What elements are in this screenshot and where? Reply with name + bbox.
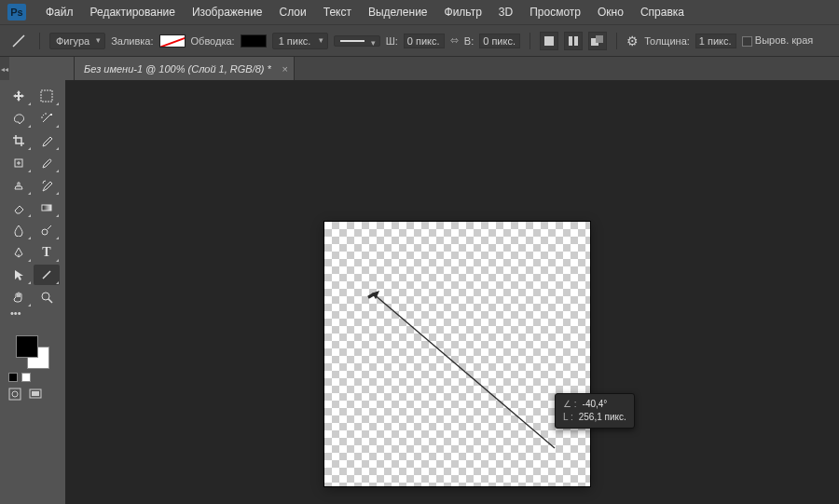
svg-rect-9 (42, 205, 51, 211)
blur-tool[interactable] (6, 220, 32, 240)
path-arrangement-button[interactable] (588, 32, 607, 50)
current-tool-icon[interactable] (7, 30, 30, 52)
menu-help[interactable]: Справка (632, 6, 693, 19)
magic-wand-tool[interactable] (34, 108, 60, 129)
stroke-label: Обводка: (191, 35, 235, 47)
edit-toolbar-button[interactable]: ••• (5, 307, 61, 324)
zoom-tool[interactable] (34, 287, 60, 307)
move-tool[interactable] (6, 86, 32, 106)
separator (39, 33, 40, 49)
weight-label: Толщина: (644, 35, 690, 47)
tool-mode-dropdown[interactable]: Фигура (49, 33, 105, 49)
tabs-row: ◂◂ Без имени-1 @ 100% (Слой 1, RGB/8) * … (0, 56, 839, 80)
tooltip-angle-value: -40,4° (583, 398, 608, 411)
menubar: Ps Файл Редактирование Изображение Слои … (0, 0, 839, 24)
svg-rect-6 (596, 35, 603, 43)
close-tab-icon[interactable]: × (282, 63, 287, 75)
clone-stamp-tool[interactable] (6, 175, 32, 196)
tools-panel: T ••• (0, 80, 65, 504)
height-label: В: (464, 35, 474, 47)
svg-line-17 (373, 293, 555, 448)
hand-tool[interactable] (6, 287, 32, 307)
options-bar: Фигура Заливка: Обводка: 1 пикс. Ш: 0 пи… (0, 24, 839, 56)
stroke-type-dropdown[interactable] (334, 35, 380, 47)
marquee-tool[interactable] (34, 86, 60, 106)
svg-rect-13 (9, 388, 21, 400)
menu-text[interactable]: Текст (315, 6, 360, 19)
svg-rect-7 (41, 90, 52, 102)
path-alignment-button[interactable] (564, 32, 583, 50)
app-logo[interactable]: Ps (7, 4, 26, 20)
tab-well (9, 57, 75, 80)
type-tool[interactable]: T (34, 242, 60, 263)
gradient-tool[interactable] (34, 198, 60, 218)
weight-input[interactable]: 1 пикс. (695, 34, 736, 48)
fill-swatch[interactable] (159, 34, 186, 48)
history-brush-tool[interactable] (34, 175, 60, 196)
canvas-area[interactable]: ∠ :-40,4° L :256,1 пикс. (65, 80, 839, 504)
screen-mode-icon[interactable] (29, 388, 42, 401)
menu-filter[interactable]: Фильтр (436, 6, 490, 19)
measurement-tooltip: ∠ :-40,4° L :256,1 пикс. (555, 393, 635, 429)
brush-tool[interactable] (34, 153, 60, 173)
menu-file[interactable]: Файл (37, 6, 82, 19)
width-input[interactable]: 0 пикс. (404, 34, 445, 48)
width-label: Ш: (386, 35, 398, 47)
foreground-color-swatch[interactable] (16, 335, 38, 358)
height-input[interactable]: 0 пикс. (479, 34, 520, 48)
gear-icon[interactable]: ⚙ (626, 34, 639, 48)
quick-mask-icon[interactable] (8, 388, 21, 401)
svg-point-12 (42, 293, 49, 300)
menu-select[interactable]: Выделение (360, 6, 436, 19)
document-tab[interactable]: Без имени-1 @ 100% (Слой 1, RGB/8) * × (75, 57, 295, 80)
menu-view[interactable]: Просмотр (521, 6, 589, 19)
svg-line-11 (43, 271, 50, 279)
eraser-tool[interactable] (6, 198, 32, 218)
pen-tool[interactable] (6, 242, 32, 263)
line-tool[interactable] (34, 265, 60, 285)
separator (530, 33, 530, 49)
svg-rect-16 (32, 391, 39, 396)
spot-heal-tool[interactable] (6, 153, 32, 173)
path-selection-tool[interactable] (6, 265, 32, 285)
menu-layers[interactable]: Слои (271, 6, 315, 19)
dodge-tool[interactable] (34, 220, 60, 240)
color-swatches[interactable] (16, 335, 49, 369)
crop-tool[interactable] (6, 130, 32, 151)
svg-point-10 (42, 229, 48, 235)
separator (616, 33, 617, 49)
default-colors-icon[interactable] (5, 373, 61, 382)
svg-rect-3 (569, 36, 572, 46)
path-operations-button[interactable] (540, 32, 558, 50)
menu-window[interactable]: Окно (589, 6, 632, 19)
svg-rect-4 (574, 36, 578, 46)
document-tab-title: Без имени-1 @ 100% (Слой 1, RGB/8) * (84, 63, 271, 75)
fill-label: Заливка: (111, 35, 153, 47)
menu-edit[interactable]: Редактирование (82, 6, 184, 19)
svg-rect-2 (544, 36, 554, 46)
svg-point-14 (12, 391, 18, 397)
stroke-width-dropdown[interactable]: 1 пикс. (272, 33, 328, 49)
align-edges-checkbox[interactable]: Выров. края (742, 34, 813, 47)
tooltip-length-symbol: L : (563, 411, 573, 424)
lasso-tool[interactable] (6, 108, 32, 129)
stroke-swatch[interactable] (241, 34, 267, 48)
menu-3d[interactable]: 3D (490, 6, 521, 19)
eyedropper-tool[interactable] (34, 130, 60, 151)
tooltip-length-value: 256,1 пикс. (579, 411, 626, 424)
collapse-panels-button[interactable]: ◂◂ (0, 57, 9, 81)
document-canvas[interactable] (324, 222, 590, 486)
menu-image[interactable]: Изображение (184, 6, 271, 19)
link-wh-icon[interactable]: ⬄ (450, 34, 459, 47)
tooltip-angle-symbol: ∠ : (563, 398, 577, 411)
workspace: T ••• ∠ :-40,4° L :256,1 пикс. (0, 80, 839, 504)
svg-line-0 (13, 35, 24, 47)
